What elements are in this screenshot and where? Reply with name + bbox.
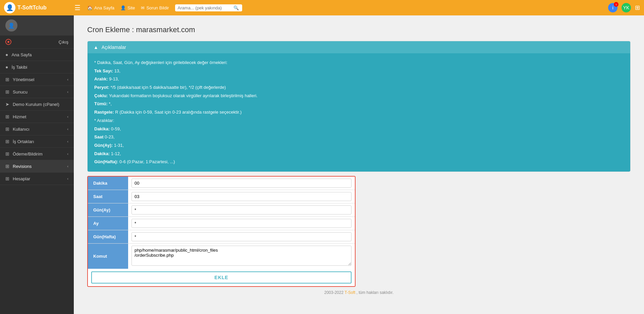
gunay-input[interactable] xyxy=(131,205,352,214)
komut-row: Komut <a href="#">php/home/marasmar/publ… xyxy=(88,243,355,269)
grid-icon-sunucu: ⊞ xyxy=(5,89,9,95)
chevron-isortaklari: ‹ xyxy=(67,139,68,143)
hamburger-icon[interactable]: ☰ xyxy=(74,4,80,12)
sidebar-item-kullanici[interactable]: ⊞ Kullanıcı ‹ xyxy=(0,123,74,135)
saat-row: Saat xyxy=(88,190,355,203)
nav-site-label: Site xyxy=(127,5,135,10)
chevron-revisions: ‹ xyxy=(67,164,68,168)
nav-site[interactable]: 👤 Site xyxy=(120,5,135,10)
gunay-label: Gün(Ay) xyxy=(88,203,128,216)
chevron-odeme: ‹ xyxy=(67,152,68,156)
info-line-1: Tek Sayı: 13, xyxy=(94,67,624,75)
komut-textarea[interactable]: <a href="#">php/home/marasmar/public_htm… xyxy=(131,246,352,266)
sidebar-item-hizmet[interactable]: ⊞ Hizmet ‹ xyxy=(0,111,74,123)
nav-home-label: Ana Sayfa xyxy=(94,5,114,10)
mail-icon: ✉ xyxy=(141,5,145,10)
saat-input[interactable] xyxy=(131,192,352,201)
sidebar-label-istakibi: İş Takibi xyxy=(11,65,27,70)
sidebar-item-anasayfa[interactable]: ● Ana Sayfa xyxy=(0,49,74,61)
ay-input-cell xyxy=(128,216,355,230)
sidebar-label-sunucu: Sunucu xyxy=(13,89,28,95)
sidebar: 👤 Çıkış ● Ana Sayfa ● İş Takibi ⊞ Yöneti… xyxy=(0,15,74,314)
info-line-8: Dakika: 0-59, xyxy=(94,125,624,133)
sidebar-item-isortaklari[interactable]: ⊞ İş Ortakları ‹ xyxy=(0,135,74,148)
logo-text: T-SoftTclub xyxy=(17,5,47,11)
gunay-input-cell xyxy=(128,203,355,216)
home-icon: 🏠 xyxy=(87,5,93,10)
accordion-label: Açıklamalar xyxy=(102,45,126,50)
nav-sorun-label: Sorun Bildir xyxy=(146,5,169,10)
avatar: 👤 xyxy=(5,19,17,32)
sidebar-label-revisions: Revisions xyxy=(13,164,32,169)
sidebar-label-anasayfa: Ana Sayfa xyxy=(11,52,32,57)
sidebar-item-revisions[interactable]: ⊞ Revisions ‹ xyxy=(0,160,74,173)
search-icon: 🔍 xyxy=(233,5,239,10)
info-line-10: Gün(Ay): 1-31, xyxy=(94,141,624,150)
topbar: 👤 T-SoftTclub ☰ 🏠 Ana Sayfa 👤 Site ✉ Sor… xyxy=(0,0,644,15)
saat-input-cell xyxy=(128,190,355,203)
sidebar-label-kullanici: Kullanıcı xyxy=(13,127,30,132)
grid-icon-isortaklari: ⊞ xyxy=(5,139,9,144)
site-icon: 👤 xyxy=(120,5,126,10)
info-line-2: Aralık: 9-13, xyxy=(94,75,624,83)
gunhafta-row: Gün(Hafta) xyxy=(88,230,355,243)
nav-sorun[interactable]: ✉ Sorun Bildir xyxy=(141,5,169,10)
footer-brand-link[interactable]: T-Soft xyxy=(344,290,355,295)
sidebar-label-hizmet: Hizmet xyxy=(13,114,26,119)
apps-grid-icon[interactable]: ⊞ xyxy=(635,4,640,11)
grid-icon-hesaplar: ⊞ xyxy=(5,176,9,181)
topbar-nav: 🏠 Ana Sayfa 👤 Site ✉ Sorun Bildir 🔍 xyxy=(87,4,601,11)
circle-icon-anasayfa: ● xyxy=(5,52,8,57)
sidebar-user-banner: 👤 xyxy=(0,15,74,36)
sidebar-item-odeme[interactable]: ⊞ Ödeme/Bildirim ‹ xyxy=(0,148,74,160)
sidebar-item-demo[interactable]: ➤ Demo Kurulum (cPanel) xyxy=(0,98,74,111)
cikis-label: Çıkış xyxy=(58,40,68,45)
footer-year: 2003-2022 xyxy=(324,290,343,295)
accordion-header[interactable]: ▲ Açıklamalar xyxy=(88,41,630,53)
ay-input[interactable] xyxy=(131,219,352,228)
logout-icon xyxy=(5,39,11,45)
sidebar-label-yonetimsel: Yönetimsel xyxy=(13,77,34,82)
komut-label: Komut xyxy=(88,243,128,269)
gunhafta-input-cell xyxy=(128,230,355,243)
info-line-7: * Aralıklar: xyxy=(94,117,624,125)
info-line-0: * Dakika, Saat, Gün, Ay değişkenleri içi… xyxy=(94,59,624,67)
sidebar-item-yonetimsel[interactable]: ⊞ Yönetimsel ‹ xyxy=(0,73,74,86)
topbar-right: i 1 YK ⊞ xyxy=(608,3,640,12)
sidebar-label-isortaklari: İş Ortakları xyxy=(13,139,34,144)
chevron-sunucu: ‹ xyxy=(67,90,68,94)
arrow-icon-demo: ➤ xyxy=(5,102,9,107)
sidebar-item-cikis[interactable]: Çıkış xyxy=(0,36,74,49)
sidebar-item-istakibi[interactable]: ● İş Takibi xyxy=(0,61,74,73)
ay-row: Ay xyxy=(88,216,355,230)
sidebar-item-hesaplar[interactable]: ⊞ Hesaplar ‹ xyxy=(0,173,74,185)
notification-icon-blue[interactable]: i 1 xyxy=(608,3,618,12)
add-button[interactable]: EKLE xyxy=(91,271,352,284)
dakika-input[interactable] xyxy=(131,179,352,188)
chevron-kullanici: ‹ xyxy=(67,127,68,131)
grid-icon-hizmet: ⊞ xyxy=(5,114,9,119)
chevron-hesaplar: ‹ xyxy=(67,177,68,181)
dakika-input-cell xyxy=(128,177,355,190)
grid-icon-revisions: ⊞ xyxy=(5,164,9,169)
search-bar: 🔍 xyxy=(175,4,242,11)
nav-home[interactable]: 🏠 Ana Sayfa xyxy=(87,5,114,10)
content-area: Cron Ekleme : marasmarket.com ▲ Açıklama… xyxy=(74,15,644,314)
info-text: i xyxy=(612,5,613,10)
sidebar-item-sunucu[interactable]: ⊞ Sunucu ‹ xyxy=(0,86,74,98)
info-line-3: Peryot: */5 (dakika/saat için 5 dakika/s… xyxy=(94,83,624,92)
sidebar-label-demo: Demo Kurulum (cPanel) xyxy=(13,102,59,107)
sidebar-label-hesaplar: Hesaplar xyxy=(13,176,30,181)
info-line-5: Tümü: *, xyxy=(94,100,624,108)
ay-label: Ay xyxy=(88,216,128,230)
info-line-6: Rastgele: R (Dakika için 0-59, Saat için… xyxy=(94,108,624,117)
user-avatar-icon[interactable]: YK xyxy=(622,3,631,12)
main-layout: 👤 Çıkış ● Ana Sayfa ● İş Takibi ⊞ Yöneti… xyxy=(0,15,644,314)
circle-icon-istakibi: ● xyxy=(5,64,8,70)
gunhafta-input[interactable] xyxy=(131,232,352,241)
info-line-12: Gün(Hafta): 0-6 (0:Pazar, 1:Pazartesi, .… xyxy=(94,158,624,166)
logo: 👤 T-SoftTclub xyxy=(4,2,68,13)
accordion: ▲ Açıklamalar * Dakika, Saat, Gün, Ay de… xyxy=(87,41,631,172)
search-input[interactable] xyxy=(178,5,231,10)
gunay-row: Gün(Ay) xyxy=(88,203,355,216)
